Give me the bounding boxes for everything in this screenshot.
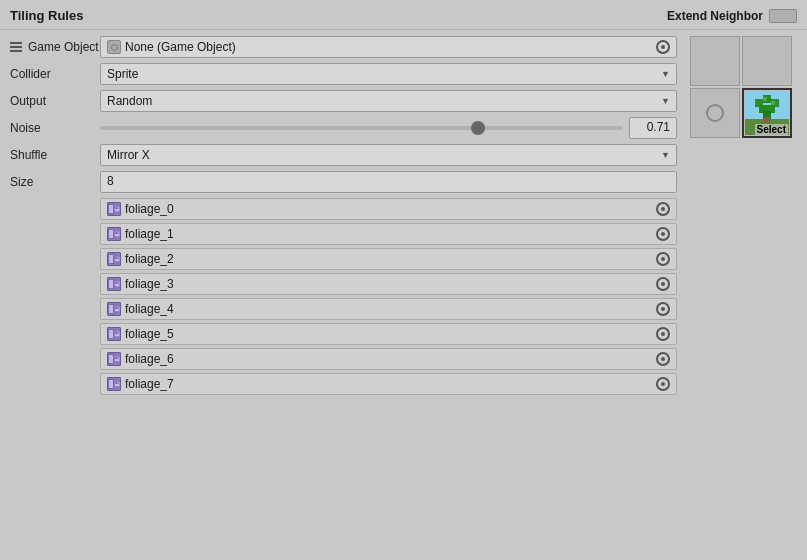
sprite-item-5[interactable]: foliage_5 bbox=[100, 323, 677, 345]
extend-neighbor-toggle[interactable] bbox=[769, 9, 797, 23]
tile-cell-top-left bbox=[690, 36, 740, 86]
output-label: Output bbox=[10, 94, 100, 108]
sprite-item-7[interactable]: foliage_7 bbox=[100, 373, 677, 395]
collider-arrow-icon: ▼ bbox=[661, 69, 670, 79]
tile-cell-bottom-left bbox=[690, 88, 740, 138]
svg-rect-39 bbox=[764, 117, 770, 123]
noise-label: Noise bbox=[10, 121, 100, 135]
svg-rect-10 bbox=[115, 257, 117, 259]
sprite-thumb-6 bbox=[107, 352, 121, 366]
svg-rect-26 bbox=[115, 357, 117, 359]
tiling-rules-panel: Tiling Rules Extend Neighbor Game Object… bbox=[0, 0, 807, 560]
collider-label: Collider bbox=[10, 67, 100, 81]
game-object-value: None (Game Object) bbox=[125, 40, 236, 54]
center-circle-icon bbox=[706, 104, 724, 122]
size-value[interactable]: 8 bbox=[100, 171, 677, 193]
sprite-item-4[interactable]: foliage_4 bbox=[100, 298, 677, 320]
svg-rect-3 bbox=[117, 207, 119, 209]
size-input[interactable]: 8 bbox=[100, 171, 677, 193]
sprite-item-1[interactable]: foliage_1 bbox=[100, 223, 677, 245]
tile-grid: Select bbox=[690, 36, 792, 138]
panel-title-bar: Tiling Rules Extend Neighbor bbox=[0, 0, 807, 30]
sprite-name-3: foliage_3 bbox=[125, 277, 652, 291]
sprite-target-icon-3[interactable] bbox=[656, 277, 670, 291]
svg-rect-14 bbox=[115, 282, 117, 284]
svg-rect-2 bbox=[115, 207, 117, 209]
tile-cell-selected[interactable]: Select bbox=[742, 88, 792, 138]
game-object-row: Game Object ⬡ None (Game Object) bbox=[10, 36, 677, 58]
sprite-target-icon-4[interactable] bbox=[656, 302, 670, 316]
noise-value[interactable]: 0.71 bbox=[629, 117, 677, 139]
game-object-label: Game Object bbox=[10, 40, 100, 54]
panel-title: Tiling Rules bbox=[10, 8, 83, 23]
collider-value: Sprite bbox=[107, 67, 138, 81]
extend-neighbor-label: Extend Neighbor bbox=[667, 9, 763, 23]
sprite-name-4: foliage_4 bbox=[125, 302, 652, 316]
noise-slider-track[interactable] bbox=[100, 126, 623, 130]
output-row: Output Random ▼ bbox=[10, 90, 677, 112]
sprite-thumb-2 bbox=[107, 252, 121, 266]
svg-rect-6 bbox=[115, 232, 117, 234]
target-icon[interactable] bbox=[656, 40, 670, 54]
sprite-thumb-4 bbox=[107, 302, 121, 316]
drag-handle-icon[interactable] bbox=[10, 42, 22, 52]
svg-rect-19 bbox=[117, 307, 119, 309]
output-value: Random bbox=[107, 94, 152, 108]
sprite-target-icon-0[interactable] bbox=[656, 202, 670, 216]
svg-rect-41 bbox=[771, 101, 775, 105]
sprite-name-7: foliage_7 bbox=[125, 377, 652, 391]
svg-rect-23 bbox=[117, 332, 119, 334]
sprite-thumb-1 bbox=[107, 227, 121, 241]
shuffle-row: Shuffle Mirror X ▼ bbox=[10, 144, 677, 166]
svg-rect-40 bbox=[763, 97, 767, 101]
sprite-name-0: foliage_0 bbox=[125, 202, 652, 216]
select-label: Select bbox=[755, 124, 788, 135]
sprite-thumb-5 bbox=[107, 327, 121, 341]
sprite-target-icon-1[interactable] bbox=[656, 227, 670, 241]
sprite-name-5: foliage_5 bbox=[125, 327, 652, 341]
sprite-thumb-0 bbox=[107, 202, 121, 216]
svg-rect-11 bbox=[117, 257, 119, 259]
sprite-item-2[interactable]: foliage_2 bbox=[100, 248, 677, 270]
svg-rect-31 bbox=[117, 382, 119, 384]
svg-rect-22 bbox=[115, 332, 117, 334]
collider-row: Collider Sprite ▼ bbox=[10, 63, 677, 85]
noise-row: Noise 0.71 bbox=[10, 117, 677, 139]
sprite-item-0[interactable]: foliage_0 bbox=[100, 198, 677, 220]
sprite-target-icon-5[interactable] bbox=[656, 327, 670, 341]
sprite-name-6: foliage_6 bbox=[125, 352, 652, 366]
tile-cell-top-right bbox=[742, 36, 792, 86]
left-panel: Game Object ⬡ None (Game Object) Collide… bbox=[10, 36, 677, 398]
size-label: Size bbox=[10, 175, 100, 189]
svg-rect-15 bbox=[117, 282, 119, 284]
sprite-target-icon-6[interactable] bbox=[656, 352, 670, 366]
shuffle-arrow-icon: ▼ bbox=[661, 150, 670, 160]
sprite-item-3[interactable]: foliage_3 bbox=[100, 273, 677, 295]
noise-control: 0.71 bbox=[100, 117, 677, 139]
shuffle-select[interactable]: Mirror X ▼ bbox=[100, 144, 677, 166]
svg-rect-30 bbox=[115, 382, 117, 384]
main-content: Game Object ⬡ None (Game Object) Collide… bbox=[0, 30, 807, 404]
right-panel: Select bbox=[677, 36, 797, 398]
sprite-list: foliage_0 foliage_1 bbox=[10, 198, 677, 395]
sprite-thumb-3 bbox=[107, 277, 121, 291]
output-select[interactable]: Random ▼ bbox=[100, 90, 677, 112]
output-arrow-icon: ▼ bbox=[661, 96, 670, 106]
collider-select[interactable]: Sprite ▼ bbox=[100, 63, 677, 85]
cube-icon: ⬡ bbox=[107, 40, 121, 54]
shuffle-label: Shuffle bbox=[10, 148, 100, 162]
shuffle-value: Mirror X bbox=[107, 148, 150, 162]
sprite-thumb-7 bbox=[107, 377, 121, 391]
sprite-target-icon-2[interactable] bbox=[656, 252, 670, 266]
size-row: Size 8 bbox=[10, 171, 677, 193]
game-object-field[interactable]: ⬡ None (Game Object) bbox=[100, 36, 677, 58]
sprite-item-6[interactable]: foliage_6 bbox=[100, 348, 677, 370]
svg-rect-7 bbox=[117, 232, 119, 234]
noise-slider-thumb[interactable] bbox=[471, 121, 485, 135]
sprite-name-2: foliage_2 bbox=[125, 252, 652, 266]
sprite-name-1: foliage_1 bbox=[125, 227, 652, 241]
svg-rect-27 bbox=[117, 357, 119, 359]
extend-neighbor-control: Extend Neighbor bbox=[667, 9, 797, 23]
svg-rect-18 bbox=[115, 307, 117, 309]
sprite-target-icon-7[interactable] bbox=[656, 377, 670, 391]
